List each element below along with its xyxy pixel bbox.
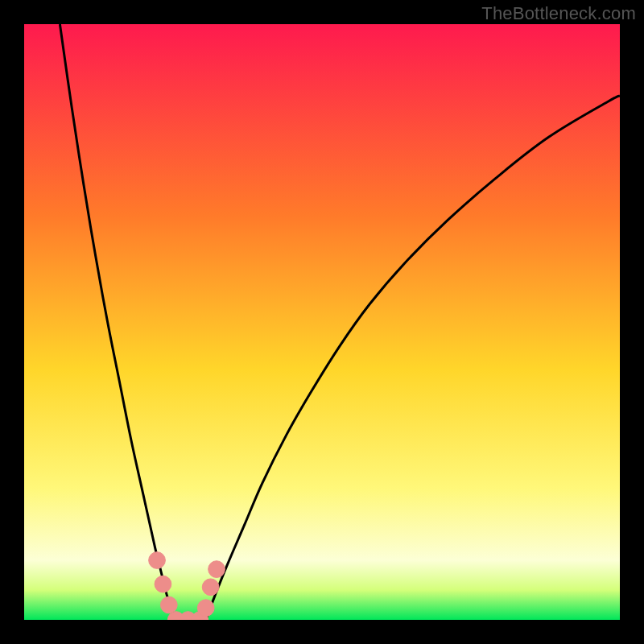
- highlight-markers: [149, 552, 225, 620]
- highlight-marker: [202, 579, 219, 596]
- bottleneck-curve-layer: [24, 24, 620, 620]
- highlight-marker: [160, 597, 177, 613]
- watermark-text: TheBottleneck.com: [481, 3, 636, 24]
- bottleneck-curve: [60, 24, 620, 620]
- plot-area: [24, 24, 620, 620]
- highlight-marker: [149, 552, 166, 569]
- highlight-marker: [208, 561, 225, 578]
- highlight-marker: [197, 600, 214, 617]
- highlight-marker: [155, 576, 171, 592]
- chart-frame: TheBottleneck.com: [0, 0, 644, 644]
